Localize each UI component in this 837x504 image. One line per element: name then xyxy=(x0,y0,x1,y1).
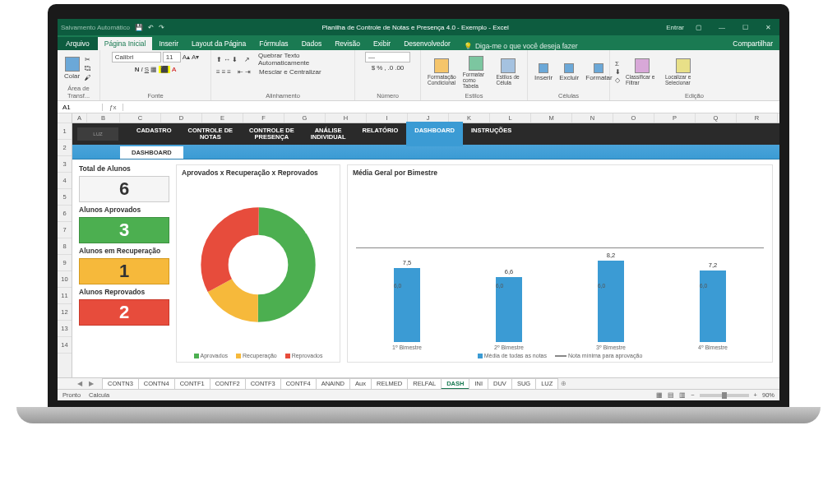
align-bottom-icon[interactable]: ⬇ xyxy=(232,56,238,63)
tab-data[interactable]: Dados xyxy=(295,37,329,50)
new-sheet-button[interactable]: ⊕ xyxy=(561,380,566,387)
cut-icon[interactable]: ✂ xyxy=(85,56,91,63)
sheet-tab[interactable]: CONTF4 xyxy=(280,378,317,390)
ribbon-options-icon[interactable]: ▢ xyxy=(691,24,707,31)
increase-indent-icon[interactable]: ⇥ xyxy=(245,68,251,76)
row-header[interactable]: 4 xyxy=(58,173,72,189)
col-header[interactable]: M xyxy=(531,113,572,123)
sheet-tab[interactable]: LUZ xyxy=(535,378,558,390)
font-name-combo[interactable]: Calibri xyxy=(112,52,161,62)
col-header[interactable]: N xyxy=(572,113,613,123)
signin-link[interactable]: Entrar xyxy=(666,24,684,31)
row-header[interactable]: 10 xyxy=(58,271,72,288)
sheet-tab[interactable]: DUV xyxy=(488,378,512,390)
align-right-icon[interactable]: ≡ xyxy=(227,68,231,76)
insert-cells-button[interactable]: Inserir xyxy=(533,63,554,81)
copy-icon[interactable]: ⿻ xyxy=(85,65,91,72)
merge-center-button[interactable]: Mesclar e Centralizar xyxy=(259,68,321,76)
decrease-indent-icon[interactable]: ⇤ xyxy=(238,68,243,76)
fx-icon[interactable]: ƒx xyxy=(103,104,123,111)
col-header[interactable]: O xyxy=(613,113,654,123)
row-header[interactable]: 9 xyxy=(58,255,72,271)
tab-formulas[interactable]: Fórmulas xyxy=(252,37,294,50)
percent-icon[interactable]: % xyxy=(377,64,382,72)
col-header[interactable]: A xyxy=(72,113,87,123)
dashboard-tab[interactable]: INSTRUÇÕES xyxy=(463,122,520,147)
view-pagebreak-icon[interactable]: ▥ xyxy=(679,391,686,399)
zoom-slider[interactable] xyxy=(700,394,749,397)
dashboard-subtab[interactable]: DASHBOARD xyxy=(120,146,183,159)
underline-button[interactable]: S xyxy=(145,66,149,73)
row-header[interactable]: 8 xyxy=(58,238,72,255)
row-header[interactable]: 14 xyxy=(58,337,72,354)
dashboard-tab[interactable]: RELATÓRIO xyxy=(354,122,407,147)
wrap-text-button[interactable]: Quebrar Texto Automaticamente xyxy=(258,52,349,67)
increase-decimal-icon[interactable]: .0 xyxy=(388,64,394,72)
sheet-tab[interactable]: CONTF3 xyxy=(245,378,281,390)
cell-styles-button[interactable]: Estilos de Célula xyxy=(494,58,522,86)
delete-cells-button[interactable]: Excluir xyxy=(557,63,580,81)
currency-icon[interactable]: $ xyxy=(372,64,375,72)
align-left-icon[interactable]: ≡ xyxy=(216,68,220,76)
sort-filter-button[interactable]: Classificar e Filtrar xyxy=(624,58,660,86)
border-icon[interactable]: ▦ xyxy=(150,66,157,73)
shrink-font-icon[interactable]: A▾ xyxy=(192,53,199,61)
name-box[interactable]: A1 xyxy=(58,104,103,111)
row-header[interactable]: 12 xyxy=(58,304,72,321)
tab-home[interactable]: Página Inicial xyxy=(98,37,153,50)
tab-view[interactable]: Exibir xyxy=(367,37,397,50)
font-color-icon[interactable]: A xyxy=(172,66,176,73)
fill-icon[interactable]: ⬇ xyxy=(615,68,621,76)
autosum-icon[interactable]: Σ xyxy=(615,60,621,67)
sheet-tab[interactable]: RELFAL xyxy=(407,378,442,390)
save-icon[interactable]: 💾 xyxy=(135,24,143,31)
minimize-icon[interactable]: — xyxy=(714,24,730,31)
share-button[interactable]: Compartilhar xyxy=(726,37,779,50)
tab-insert[interactable]: Inserir xyxy=(152,37,185,50)
tab-review[interactable]: Revisão xyxy=(328,37,367,50)
sheet-nav-prev[interactable]: ◀ xyxy=(74,380,86,387)
font-size-combo[interactable]: 11 xyxy=(163,52,181,62)
row-header[interactable]: 7 xyxy=(58,222,72,238)
col-header[interactable]: B xyxy=(87,113,120,123)
autosave-toggle[interactable]: Salvamento Automático xyxy=(61,24,130,31)
number-format-combo[interactable]: — xyxy=(365,52,410,62)
row-header[interactable]: 6 xyxy=(58,206,72,222)
dashboard-tab[interactable]: CADASTRO xyxy=(128,122,180,147)
row-header[interactable]: 13 xyxy=(58,321,72,337)
close-icon[interactable]: ✕ xyxy=(760,24,776,31)
sheet-tab[interactable]: SUG xyxy=(511,378,536,390)
sheet-tab[interactable]: CONTN3 xyxy=(102,378,139,390)
undo-icon[interactable]: ↶ xyxy=(148,24,154,31)
tell-me[interactable]: 💡Diga-me o que você deseja fazer xyxy=(464,42,578,50)
row-header[interactable]: 11 xyxy=(58,288,72,304)
maximize-icon[interactable]: ☐ xyxy=(737,24,753,31)
row-header[interactable]: 3 xyxy=(58,156,72,173)
orientation-icon[interactable]: ↗ xyxy=(244,56,250,63)
align-top-icon[interactable]: ⬆ xyxy=(216,56,222,63)
fill-color-icon[interactable]: ⬛ xyxy=(159,66,170,73)
paste-button[interactable]: Colar xyxy=(62,57,81,80)
view-normal-icon[interactable]: ▦ xyxy=(656,391,663,399)
align-middle-icon[interactable]: ↔ xyxy=(224,56,230,63)
row-header[interactable]: 2 xyxy=(58,140,72,156)
formula-input[interactable] xyxy=(123,104,779,111)
sheet-tab[interactable]: RELMED xyxy=(371,378,408,390)
zoom-level[interactable]: 90% xyxy=(762,391,775,399)
dashboard-tab[interactable]: ANÁLISE INDIVIDUAL xyxy=(303,122,354,147)
decrease-decimal-icon[interactable]: .00 xyxy=(395,64,404,72)
format-as-table-button[interactable]: Formatar como Tabela xyxy=(461,56,492,89)
zoom-in-button[interactable]: + xyxy=(754,391,757,399)
row-header[interactable]: 1 xyxy=(58,123,72,140)
format-painter-icon[interactable]: 🖌 xyxy=(85,74,91,81)
tab-developer[interactable]: Desenvolvedor xyxy=(397,37,457,50)
sheet-tab[interactable]: CONTN4 xyxy=(138,378,175,390)
tab-layout[interactable]: Layout da Página xyxy=(185,37,252,50)
view-layout-icon[interactable]: ▤ xyxy=(668,391,674,399)
col-header[interactable]: R xyxy=(737,113,778,123)
sheet-nav-next[interactable]: ▶ xyxy=(86,380,97,387)
col-header[interactable]: P xyxy=(654,113,696,123)
redo-icon[interactable]: ↷ xyxy=(159,24,164,31)
row-header[interactable]: 5 xyxy=(58,189,72,206)
row-headers[interactable]: 1234567891011121314 xyxy=(58,113,72,377)
